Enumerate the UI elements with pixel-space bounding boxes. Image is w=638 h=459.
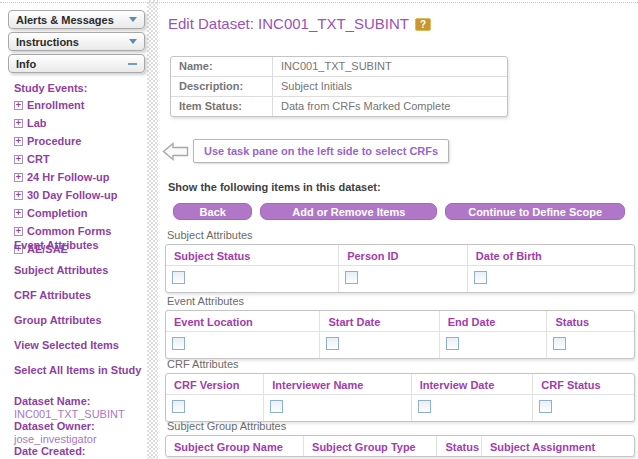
expand-plus-icon[interactable] bbox=[14, 155, 23, 164]
study-events-heading: Study Events: bbox=[14, 82, 87, 94]
tree-item-enrollment[interactable]: Enrollment bbox=[14, 96, 117, 114]
row-value: Subject Initials bbox=[273, 77, 507, 96]
table-row: Description: Subject Initials bbox=[171, 77, 507, 97]
table-row: Name: INC001_TXT_SUBINT bbox=[171, 57, 507, 77]
table-row bbox=[166, 331, 634, 358]
table-row bbox=[166, 394, 634, 421]
hint-message: Use task pane on the left side to select… bbox=[193, 139, 449, 163]
panel-instructions[interactable]: Instructions bbox=[8, 32, 145, 51]
link-select-all-items[interactable]: Select All Items in Study bbox=[14, 364, 141, 376]
section-crf-attributes: CRF Attributes CRF Version Interviewer N… bbox=[165, 358, 635, 422]
link-view-selected-items[interactable]: View Selected Items bbox=[14, 339, 141, 351]
column-header: Subject Group Name bbox=[166, 436, 304, 456]
column-header: Subject Assignment bbox=[482, 436, 634, 456]
pane-separator bbox=[147, 0, 158, 459]
tree-item-completion[interactable]: Completion bbox=[14, 204, 117, 222]
row-label: Description: bbox=[171, 77, 273, 96]
expand-plus-icon[interactable] bbox=[14, 209, 23, 218]
checkbox-person-id[interactable] bbox=[345, 271, 358, 284]
dataset-summary-table: Name: INC001_TXT_SUBINT Description: Sub… bbox=[170, 56, 508, 117]
tree-item-lab[interactable]: Lab bbox=[14, 114, 117, 132]
tree-item-procedure[interactable]: Procedure bbox=[14, 132, 117, 150]
checkbox-crf-version[interactable] bbox=[172, 400, 185, 413]
help-icon[interactable]: ? bbox=[415, 18, 431, 31]
collapse-minus-icon bbox=[128, 63, 137, 65]
link-group-attributes[interactable]: Group Attributes bbox=[14, 314, 141, 326]
hint-row: Use task pane on the left side to select… bbox=[162, 139, 449, 163]
column-header: CRF Version bbox=[166, 374, 264, 394]
main-content: Edit Dataset: INC001_TXT_SUBINT? Name: I… bbox=[162, 0, 638, 459]
table-header-row: Subject Group Name Subject Group Type St… bbox=[166, 436, 634, 456]
expand-plus-icon[interactable] bbox=[14, 227, 23, 236]
expand-plus-icon[interactable] bbox=[14, 119, 23, 128]
row-value: Data from CRFs Marked Complete bbox=[273, 97, 507, 116]
column-header: Interview Date bbox=[412, 374, 534, 394]
table-header-row: Subject Status Person ID Date of Birth bbox=[166, 245, 634, 265]
column-header: Date of Birth bbox=[468, 245, 634, 265]
column-header: Person ID bbox=[339, 245, 468, 265]
attributes-table: Event Location Start Date End Date Statu… bbox=[165, 310, 635, 359]
link-crf-attributes[interactable]: CRF Attributes bbox=[14, 289, 141, 301]
section-label: Event Attributes bbox=[167, 295, 635, 307]
tree-item-crt[interactable]: CRT bbox=[14, 150, 117, 168]
checkbox-subject-status[interactable] bbox=[172, 271, 185, 284]
column-header: Status bbox=[547, 311, 634, 331]
tree-item-24hr-follow-up[interactable]: 24 Hr Follow-up bbox=[14, 168, 117, 186]
section-label: Subject Attributes bbox=[167, 229, 635, 241]
tree-item-common-forms[interactable]: Common Forms bbox=[14, 222, 117, 240]
checkbox-interview-date[interactable] bbox=[418, 400, 431, 413]
panel-label: Alerts & Messages bbox=[16, 14, 114, 26]
study-events-tree: Enrollment Lab Procedure CRT 24 Hr Follo… bbox=[14, 96, 117, 258]
checkbox-event-location[interactable] bbox=[172, 337, 185, 350]
column-header: Subject Status bbox=[166, 245, 339, 265]
expand-plus-icon[interactable] bbox=[14, 137, 23, 146]
add-or-remove-items-button[interactable]: Add or Remove Items bbox=[260, 203, 437, 220]
column-header: Interviewer Name bbox=[264, 374, 411, 394]
column-header: Start Date bbox=[320, 311, 439, 331]
column-header: Status bbox=[437, 436, 481, 456]
column-header: Event Location bbox=[166, 311, 320, 331]
section-label: CRF Attributes bbox=[167, 358, 635, 370]
page-title: Edit Dataset: INC001_TXT_SUBINT? bbox=[168, 15, 431, 32]
checkbox-interviewer-name[interactable] bbox=[270, 400, 283, 413]
dataset-name-label: Dataset Name: bbox=[14, 395, 125, 408]
panel-info[interactable]: Info bbox=[8, 54, 145, 73]
tree-item-30day-follow-up[interactable]: 30 Day Follow-up bbox=[14, 186, 117, 204]
row-label: Item Status: bbox=[171, 97, 273, 116]
column-header: End Date bbox=[440, 311, 548, 331]
panel-label: Instructions bbox=[16, 36, 79, 48]
expand-plus-icon[interactable] bbox=[14, 173, 23, 182]
section-subject-group-attributes: Subject Group Attributes Subject Group N… bbox=[165, 420, 635, 457]
expand-plus-icon[interactable] bbox=[14, 101, 23, 110]
section-event-attributes: Event Attributes Event Location Start Da… bbox=[165, 295, 635, 359]
task-links: Event Attributes Subject Attributes CRF … bbox=[14, 239, 141, 389]
checkbox-status[interactable] bbox=[553, 337, 566, 350]
attributes-table: Subject Group Name Subject Group Type St… bbox=[165, 435, 635, 457]
checkbox-end-date[interactable] bbox=[446, 337, 459, 350]
chevron-down-icon bbox=[129, 17, 137, 22]
back-button[interactable]: Back bbox=[173, 203, 252, 220]
checkbox-date-of-birth[interactable] bbox=[474, 271, 487, 284]
show-items-label: Show the following items in this dataset… bbox=[168, 181, 381, 193]
arrow-left-icon bbox=[162, 142, 189, 161]
column-header: CRF Status bbox=[533, 374, 634, 394]
panel-alerts-messages[interactable]: Alerts & Messages bbox=[8, 10, 145, 29]
checkbox-crf-status[interactable] bbox=[539, 400, 552, 413]
link-subject-attributes[interactable]: Subject Attributes bbox=[14, 264, 141, 276]
dataset-owner-value: jose_investigator bbox=[14, 433, 125, 446]
section-label: Subject Group Attributes bbox=[167, 420, 635, 432]
table-header-row: CRF Version Interviewer Name Interview D… bbox=[166, 374, 634, 394]
dataset-info: Dataset Name: INC001_TXT_SUBINT Dataset … bbox=[14, 395, 125, 458]
table-header-row: Event Location Start Date End Date Statu… bbox=[166, 311, 634, 331]
expand-plus-icon[interactable] bbox=[14, 191, 23, 200]
checkbox-start-date[interactable] bbox=[326, 337, 339, 350]
attributes-table: CRF Version Interviewer Name Interview D… bbox=[165, 373, 635, 422]
dataset-name-value: INC001_TXT_SUBINT bbox=[14, 408, 125, 421]
link-event-attributes[interactable]: Event Attributes bbox=[14, 239, 141, 251]
dataset-owner-label: Dataset Owner: bbox=[14, 420, 125, 433]
continue-to-define-scope-button[interactable]: Continue to Define Scope bbox=[445, 203, 625, 220]
section-subject-attributes: Subject Attributes Subject Status Person… bbox=[165, 229, 635, 293]
attributes-table: Subject Status Person ID Date of Birth bbox=[165, 244, 635, 293]
column-header: Subject Group Type bbox=[304, 436, 437, 456]
date-created-label: Date Created: bbox=[14, 445, 125, 458]
